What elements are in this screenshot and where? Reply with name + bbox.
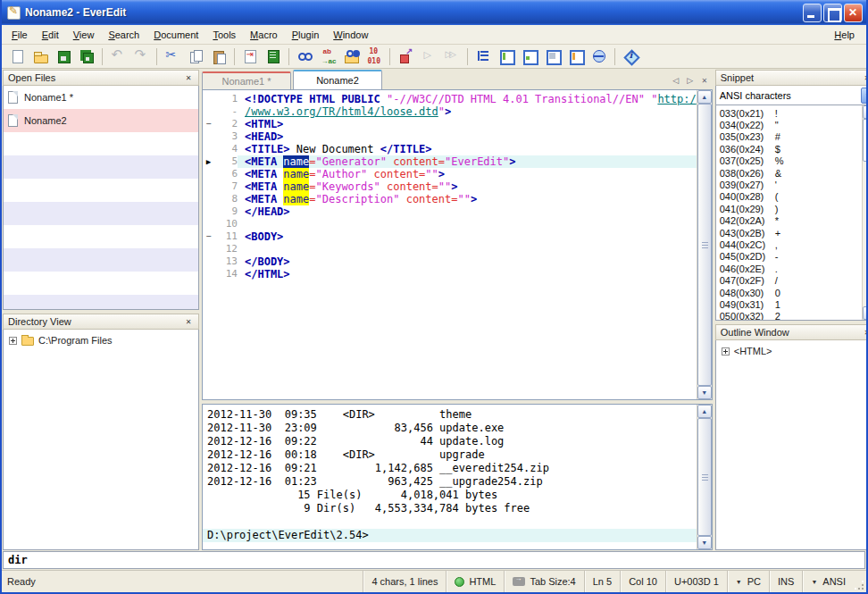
close-icon[interactable] xyxy=(862,327,866,338)
open-file-button[interactable] xyxy=(29,46,51,67)
toggle-preview-button[interactable] xyxy=(542,46,563,67)
snippet-item[interactable]: 036(0x24)$ xyxy=(720,143,862,155)
code-line[interactable]: 3<HEAD> xyxy=(203,130,697,143)
snippet-item[interactable]: 040(0x28)( xyxy=(720,191,862,203)
code-line[interactable]: 12 xyxy=(203,243,697,255)
menu-help[interactable]: Help xyxy=(827,27,864,43)
menu-document[interactable]: Document xyxy=(146,27,205,43)
status-tab-size[interactable]: Tab Size:4 xyxy=(504,571,583,592)
macro-play-all-button[interactable] xyxy=(441,46,463,67)
snippet-item[interactable]: 045(0x2D)- xyxy=(720,251,862,263)
code-line[interactable]: ▶5<META name="Generator" content="EverEd… xyxy=(203,155,697,168)
scrollbar-thumb[interactable] xyxy=(863,119,866,162)
open-file-item[interactable]: Noname1 * xyxy=(4,86,198,109)
console-scrollbar[interactable] xyxy=(697,405,712,549)
code-line[interactable]: 4<TITLE> New Document </TITLE> xyxy=(203,143,697,155)
snippet-item[interactable]: 050(0x32)2 xyxy=(720,311,862,320)
code-line[interactable]: −2<HTML> xyxy=(203,118,697,130)
code-line[interactable]: 8<META name="Description" content=""> xyxy=(203,193,697,205)
code-line[interactable]: -/www.w3.org/TR/html4/loose.dtd"> xyxy=(203,105,697,118)
editor-scrollbar[interactable] xyxy=(697,90,712,399)
code-line[interactable]: 13</BODY> xyxy=(203,255,697,268)
menu-tools[interactable]: Tools xyxy=(205,27,243,43)
maximize-button[interactable] xyxy=(823,4,842,22)
format-indent-button[interactable] xyxy=(239,46,261,67)
web-search-button[interactable] xyxy=(588,46,610,67)
code-line[interactable]: 9</HEAD> xyxy=(203,205,697,218)
toggle-right-panel-button[interactable] xyxy=(565,46,587,67)
open-file-item[interactable]: Noname2 xyxy=(4,109,198,132)
snippet-item[interactable]: 035(0x23)# xyxy=(720,131,862,143)
code-line[interactable]: 7<META name="Keywords" content=""> xyxy=(203,180,697,193)
snippet-item[interactable]: 034(0x22)" xyxy=(720,119,862,130)
scroll-up-icon[interactable] xyxy=(697,90,712,104)
status-insert-mode[interactable]: INS xyxy=(769,571,802,592)
toggle-left-panel-button[interactable] xyxy=(496,46,517,67)
close-icon[interactable] xyxy=(183,316,194,327)
menu-view[interactable]: View xyxy=(66,27,102,43)
scroll-down-icon[interactable] xyxy=(697,536,712,549)
title-bar[interactable]: Noname2 - EverEdit xyxy=(2,0,866,25)
scroll-up-icon[interactable] xyxy=(863,105,866,119)
toggle-bottom-panel-button[interactable] xyxy=(519,46,540,67)
code-area[interactable]: 1<!DOCTYPE HTML PUBLIC "-//W3C//DTD HTML… xyxy=(203,90,697,399)
replace-button[interactable] xyxy=(317,46,338,67)
console-output[interactable]: 2012-11-30 09:35 <DIR> theme2012-11-30 2… xyxy=(203,405,697,549)
snippet-category-dropdown[interactable]: ANSI characters xyxy=(715,86,866,105)
snippet-item[interactable]: 039(0x27)' xyxy=(720,179,862,190)
minimize-button[interactable] xyxy=(803,4,822,22)
resize-grip[interactable] xyxy=(854,571,866,592)
menu-edit[interactable]: Edit xyxy=(35,27,66,43)
cut-button[interactable] xyxy=(162,46,183,67)
menu-window[interactable]: Window xyxy=(326,27,375,43)
snippet-item[interactable]: 037(0x25)% xyxy=(720,155,862,167)
scroll-down-icon[interactable] xyxy=(697,386,712,399)
save-button[interactable] xyxy=(53,46,74,67)
undo-button[interactable] xyxy=(107,46,129,67)
find-in-files-button[interactable] xyxy=(340,46,362,67)
directory-root-item[interactable]: C:\Program Files xyxy=(4,330,198,351)
snippet-item[interactable]: 047(0x2F)/ xyxy=(720,274,862,286)
scrollbar-thumb[interactable] xyxy=(697,104,712,386)
copy-button[interactable] xyxy=(185,46,206,67)
scroll-down-icon[interactable] xyxy=(863,306,866,320)
code-line[interactable]: 1<!DOCTYPE HTML PUBLIC "-//W3C//DTD HTML… xyxy=(203,93,697,105)
menu-search[interactable]: Search xyxy=(101,27,146,43)
status-line-ending[interactable]: PC xyxy=(727,571,769,592)
about-button[interactable] xyxy=(620,46,641,67)
snippet-item[interactable]: 033(0x21)! xyxy=(720,107,862,119)
code-line[interactable]: −11<BODY> xyxy=(203,230,697,243)
new-file-button[interactable] xyxy=(6,46,28,67)
snippet-item[interactable]: 042(0x2A)* xyxy=(720,215,862,227)
menu-plugin[interactable]: Plugin xyxy=(285,27,327,43)
snippet-item[interactable]: 043(0x2B)+ xyxy=(720,227,862,238)
command-input[interactable]: dir xyxy=(3,551,865,569)
close-icon[interactable] xyxy=(862,72,866,83)
outline-root-item[interactable]: <HTML> xyxy=(716,340,866,362)
macro-play-button[interactable] xyxy=(418,46,439,67)
tab-noname2[interactable]: Noname2 xyxy=(293,70,382,89)
tab-scroll-right-icon[interactable] xyxy=(684,74,697,87)
format-list-button[interactable] xyxy=(263,46,284,67)
tab-scroll-left-icon[interactable] xyxy=(670,74,682,87)
paste-button[interactable] xyxy=(208,46,230,67)
scrollbar-thumb[interactable] xyxy=(697,418,712,536)
snippet-item[interactable]: 048(0x30)0 xyxy=(720,287,862,298)
menu-macro[interactable]: Macro xyxy=(243,27,285,43)
save-all-button[interactable] xyxy=(76,46,97,67)
macro-record-button[interactable] xyxy=(395,46,416,67)
code-line[interactable]: 14</HTML> xyxy=(203,268,697,280)
redo-button[interactable] xyxy=(130,46,152,67)
tab-close-icon[interactable] xyxy=(698,74,711,87)
close-icon[interactable] xyxy=(183,72,194,83)
outline-view-button[interactable] xyxy=(472,46,494,67)
find-button[interactable] xyxy=(294,46,315,67)
code-line[interactable]: 6<META name="Author" content=""> xyxy=(203,168,697,180)
hex-view-button[interactable] xyxy=(363,46,385,67)
snippet-item[interactable]: 038(0x26)& xyxy=(720,167,862,179)
status-language[interactable]: HTML xyxy=(446,571,504,592)
expand-icon[interactable] xyxy=(9,337,17,345)
chevron-down-icon[interactable] xyxy=(861,88,866,104)
scrollbar-track[interactable] xyxy=(863,162,866,306)
close-button[interactable] xyxy=(844,4,863,22)
